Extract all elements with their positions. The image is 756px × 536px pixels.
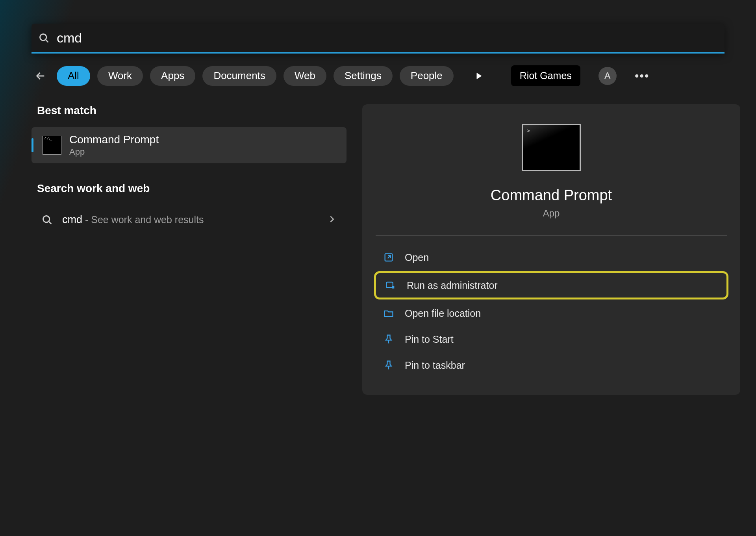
more-button[interactable]: ••• [633, 67, 651, 85]
avatar-letter: A [604, 70, 611, 81]
result-subtitle: App [69, 147, 159, 157]
profile-avatar[interactable]: A [598, 67, 617, 85]
svg-line-5 [49, 222, 51, 224]
filter-documents[interactable]: Documents [202, 66, 276, 86]
back-arrow-icon [35, 70, 46, 81]
panel-subtitle: App [374, 208, 728, 219]
action-label: Pin to Start [405, 334, 454, 345]
play-triangle-icon [474, 72, 483, 80]
search-input[interactable] [57, 30, 717, 46]
web-section-heading: Search work and web [37, 182, 346, 195]
web-suffix: - See work and web results [82, 214, 204, 225]
web-search-result[interactable]: cmd - See work and web results [32, 205, 346, 235]
filter-people[interactable]: People [400, 66, 454, 86]
filter-row: All Work Apps Documents Web Settings Peo… [32, 65, 724, 86]
filter-all[interactable]: All [57, 66, 90, 86]
folder-icon [383, 307, 395, 319]
action-pin-to-start[interactable]: Pin to Start [374, 327, 728, 351]
results-column: Best match Command Prompt App Search wor… [32, 104, 346, 395]
content-area: Best match Command Prompt App Search wor… [32, 104, 740, 395]
riot-games-badge[interactable]: Riot Games [511, 65, 580, 86]
filter-settings[interactable]: Settings [334, 66, 393, 86]
svg-point-4 [43, 216, 50, 222]
action-open-file-location[interactable]: Open file location [374, 301, 728, 325]
action-open[interactable]: Open [374, 245, 728, 270]
search-icon [39, 33, 50, 44]
panel-divider [376, 235, 727, 236]
open-icon [383, 251, 395, 263]
more-dots-icon: ••• [635, 69, 650, 83]
pin-icon [383, 359, 395, 371]
chevron-right-icon [328, 215, 336, 225]
svg-rect-7 [387, 282, 393, 288]
filter-web[interactable]: Web [284, 66, 326, 86]
preview-panel: Command Prompt App Open Run as administr… [362, 104, 740, 395]
search-bar[interactable] [32, 24, 724, 54]
action-label: Run as administrator [407, 280, 498, 291]
filter-work[interactable]: Work [97, 66, 143, 86]
best-match-result[interactable]: Command Prompt App [32, 127, 346, 163]
riot-label: Riot Games [520, 70, 572, 81]
action-pin-to-taskbar[interactable]: Pin to taskbar [374, 353, 728, 377]
filter-label: Documents [213, 70, 265, 82]
filter-label: All [68, 70, 79, 82]
action-label: Open file location [405, 308, 481, 319]
filter-label: Web [295, 70, 315, 82]
action-run-as-admin[interactable]: Run as administrator [374, 271, 728, 299]
expand-filters-button[interactable] [472, 70, 485, 82]
search-icon [42, 214, 53, 225]
svg-marker-3 [476, 72, 482, 79]
filter-label: People [411, 70, 443, 82]
admin-shield-icon [385, 279, 397, 291]
cmd-app-icon [43, 136, 61, 155]
web-query: cmd [62, 214, 82, 225]
filter-label: Settings [345, 70, 382, 82]
action-label: Open [405, 252, 429, 263]
filter-apps[interactable]: Apps [150, 66, 195, 86]
pin-icon [383, 333, 395, 345]
windows-search-panel: All Work Apps Documents Web Settings Peo… [0, 0, 756, 536]
svg-line-1 [46, 40, 48, 42]
svg-point-0 [40, 34, 46, 40]
best-match-heading: Best match [37, 104, 346, 117]
cmd-app-icon-large [522, 124, 581, 171]
best-match-text: Command Prompt App [69, 133, 159, 157]
filter-label: Work [108, 70, 132, 82]
panel-title: Command Prompt [374, 187, 728, 204]
panel-icon-wrap [374, 124, 728, 171]
filter-label: Apps [161, 70, 184, 82]
action-label: Pin to taskbar [405, 360, 465, 371]
result-title: Command Prompt [69, 133, 159, 146]
back-button[interactable] [32, 67, 50, 85]
web-text: cmd - See work and web results [62, 214, 204, 226]
